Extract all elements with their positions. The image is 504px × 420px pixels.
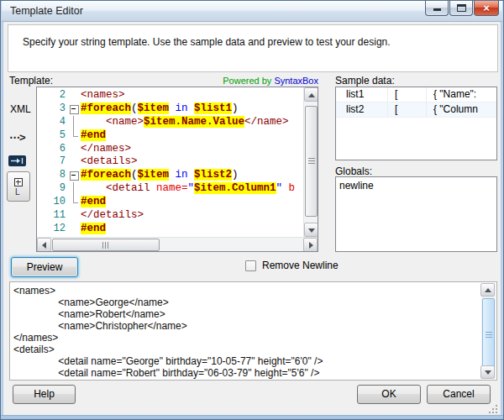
preview-line: <name>George</name> xyxy=(13,297,480,308)
help-button[interactable]: Help xyxy=(13,385,76,404)
vertical-scroll-thumb[interactable] xyxy=(305,106,318,217)
cancel-button[interactable]: Cancel xyxy=(427,385,491,404)
title-bar[interactable]: Template Editor × xyxy=(2,1,502,22)
scroll-right-button[interactable] xyxy=(303,238,318,252)
insert-variable-arrow-icon[interactable]: ⋯> xyxy=(9,131,25,144)
outlining-toggle-button[interactable]: L xyxy=(7,171,30,202)
line-number: 6 xyxy=(37,143,67,156)
line-number: 5 xyxy=(37,129,67,143)
code-text: </details> xyxy=(81,209,303,223)
arrow-down-icon xyxy=(308,228,315,233)
outline-letter: L xyxy=(15,187,20,197)
minimize-button[interactable] xyxy=(425,1,449,16)
line-number: 9 xyxy=(37,182,67,196)
line-number: 4 xyxy=(37,116,67,129)
editor-vertical-scrollbar[interactable] xyxy=(303,87,318,237)
arrow-left-icon xyxy=(42,242,46,249)
code-text: <detail name="$item.Column1" b xyxy=(81,182,303,196)
editor-line[interactable]: 7<details> xyxy=(37,155,303,169)
sample-list-bracket: [ xyxy=(388,87,427,102)
scroll-left-button[interactable] xyxy=(37,238,51,252)
preview-line: <name>Robert</name> xyxy=(13,308,480,320)
editor-line[interactable]: 10#end xyxy=(37,196,303,209)
scroll-down-button[interactable] xyxy=(304,223,318,237)
fold-margin xyxy=(67,116,81,129)
fold-margin xyxy=(67,155,81,169)
editor-line[interactable]: 5#end xyxy=(37,129,303,143)
line-number: 2 xyxy=(37,89,67,102)
scroll-down-button[interactable] xyxy=(480,365,495,379)
editor-line[interactable]: 3#foreach($item in $list1) xyxy=(37,102,303,116)
remove-newline-checkbox[interactable] xyxy=(245,260,256,271)
editor-line[interactable]: 2<names> xyxy=(37,89,303,102)
ok-button[interactable]: OK xyxy=(357,385,421,404)
arrow-right-icon xyxy=(309,242,313,249)
fold-margin xyxy=(67,209,81,223)
editor-line[interactable]: 6</names> xyxy=(37,143,303,156)
preview-vertical-scrollbar[interactable] xyxy=(481,283,496,379)
minimize-icon xyxy=(433,8,441,11)
horizontal-scroll-thumb[interactable] xyxy=(52,239,160,251)
preview-line: <detail name="George" birthday="10-05-77… xyxy=(13,355,480,367)
code-text: #end xyxy=(81,129,303,143)
fold-margin xyxy=(67,196,81,209)
thumb-grip-icon xyxy=(486,332,492,338)
window-border-right xyxy=(501,1,503,419)
template-editor-dialog: Template Editor × Specify your string te… xyxy=(0,0,504,420)
sample-list-value: { "Column xyxy=(427,102,496,117)
preview-line: <names> xyxy=(13,285,480,297)
template-label: Template: xyxy=(9,75,53,87)
editor-line[interactable]: 9 <detail name="$item.Column1" b xyxy=(37,182,303,196)
preview-line: </names> xyxy=(13,332,480,344)
line-number: 7 xyxy=(37,155,67,169)
fold-margin xyxy=(67,143,81,156)
maximize-icon xyxy=(457,4,466,12)
code-text: </names> xyxy=(81,143,303,156)
globals-item[interactable]: newline xyxy=(336,179,496,192)
globals-list[interactable]: newline xyxy=(335,176,497,252)
editor-line[interactable]: 11</details> xyxy=(37,209,303,223)
line-number: 12 xyxy=(37,223,67,236)
resize-grip[interactable] xyxy=(489,405,497,413)
scroll-up-button[interactable] xyxy=(480,283,495,297)
sample-list-name: list2 xyxy=(336,102,388,117)
globals-label: Globals: xyxy=(335,165,372,177)
code-text: <details> xyxy=(81,155,303,169)
editor-line[interactable]: 8#foreach($item in $list2) xyxy=(37,169,303,182)
editor-lines[interactable]: 2<names>3#foreach($item in $list1)4 <nam… xyxy=(37,87,303,237)
editor-horizontal-scrollbar[interactable] xyxy=(37,237,318,251)
editor-line[interactable]: 12#end xyxy=(37,223,303,236)
line-number: 10 xyxy=(37,196,67,209)
code-text: <names> xyxy=(81,89,303,102)
preview-line: <detail name="Robert" birthday="06-03-79… xyxy=(13,367,480,379)
arrow-up-icon xyxy=(485,288,491,292)
sample-data-label: Sample data: xyxy=(335,75,395,87)
preview-line: <details> xyxy=(13,344,480,355)
window-border-bottom xyxy=(1,415,503,419)
close-icon: × xyxy=(475,2,498,14)
maximize-button[interactable] xyxy=(449,1,473,16)
syntaxbox-link[interactable]: SyntaxBox xyxy=(274,76,318,86)
arrow-up-icon xyxy=(308,93,315,97)
fold-margin xyxy=(67,223,81,236)
close-button[interactable]: × xyxy=(474,1,499,16)
template-code-editor[interactable]: 2<names>3#foreach($item in $list1)4 <nam… xyxy=(36,87,318,252)
preview-scroll-thumb[interactable] xyxy=(482,298,495,372)
tab-key-icon[interactable] xyxy=(8,155,26,166)
line-number: 8 xyxy=(37,169,67,182)
preview-output[interactable]: <names> <name>George</name> <name>Robert… xyxy=(9,281,497,381)
remove-newline-label: Remove Newline xyxy=(262,260,339,271)
xml-mode-button[interactable]: XML xyxy=(10,103,31,115)
fold-toggle-icon[interactable] xyxy=(67,102,81,116)
scroll-up-button[interactable] xyxy=(304,87,318,102)
fold-toggle-icon[interactable] xyxy=(67,169,81,182)
instruction-text: Specify your string template. Use the sa… xyxy=(23,36,391,48)
window-title: Template Editor xyxy=(10,5,83,17)
sample-data-row[interactable]: list2[{ "Column xyxy=(336,102,496,118)
expand-box-icon xyxy=(14,178,23,186)
sample-data-list[interactable]: list1[{ "Name":list2[{ "Column xyxy=(335,87,497,160)
preview-button[interactable]: Preview xyxy=(11,257,78,277)
preview-output-lines: <names> <name>George</name> <name>Robert… xyxy=(13,285,480,380)
sample-data-row[interactable]: list1[{ "Name": xyxy=(336,87,496,102)
editor-line[interactable]: 4 <name>$item.Name.Value</name> xyxy=(37,116,303,129)
